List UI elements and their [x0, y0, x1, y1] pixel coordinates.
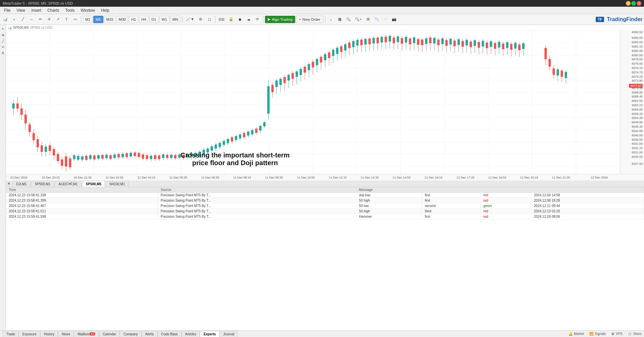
more-button[interactable]: ⋯: [381, 15, 389, 23]
lock-button[interactable]: 🔒: [227, 15, 235, 23]
table-row: 2024.12.23 15:58:41.467 Precision Swing …: [6, 203, 644, 209]
chart-bar-button[interactable]: ▦: [336, 15, 344, 23]
chart-settings-button[interactable]: ⚙: [197, 15, 205, 23]
algo-trading-button[interactable]: ▶ Algo Trading: [265, 16, 295, 23]
tab-sp500m1[interactable]: SP500,M1: [31, 181, 54, 187]
tf-d1[interactable]: D1: [149, 16, 159, 23]
maximize-button[interactable]: □: [631, 1, 636, 6]
tf-m5[interactable]: M5: [93, 16, 103, 23]
grid-button[interactable]: ⊞: [364, 15, 372, 23]
horizontal-line-button[interactable]: ─: [28, 15, 36, 23]
chart-type-dropdown[interactable]: 📈▼: [184, 15, 196, 23]
toolbox-crosshair[interactable]: ⊕: [0, 32, 6, 38]
arrow-button[interactable]: ↗: [54, 15, 62, 23]
chart-objects-button[interactable]: ◻: [205, 15, 213, 23]
row-msg-type: doji low: [356, 193, 422, 198]
svg-rect-36: [33, 133, 35, 140]
menu-help[interactable]: Help: [98, 7, 112, 13]
toolbox-pen[interactable]: ✏: [0, 44, 6, 50]
tf-h1[interactable]: H1: [129, 16, 138, 23]
chart-container[interactable]: 📊 SP500,M5 SP500 vs USD: [6, 25, 644, 330]
tf-m30[interactable]: M30: [116, 16, 128, 23]
row-source: Precision Swing Point MT5 By T...: [158, 198, 356, 203]
svg-rect-208: [381, 37, 383, 42]
menu-file[interactable]: File: [1, 7, 13, 13]
refresh-button[interactable]: ⟳: [253, 15, 261, 23]
svg-rect-110: [182, 155, 184, 158]
ide-button[interactable]: IDE: [217, 15, 226, 23]
line-tool-button[interactable]: ╱: [19, 15, 27, 23]
svg-rect-290: [565, 72, 567, 78]
tf-mn[interactable]: MN: [170, 16, 180, 23]
tab-sp500m5[interactable]: SP500,M5: [82, 181, 105, 187]
chart-canvas[interactable]: Crossing the important short-term price …: [6, 31, 620, 174]
new-order-button[interactable]: + New Order: [296, 16, 323, 23]
record-button[interactable]: ⏺: [236, 15, 244, 23]
btab-journal[interactable]: Journal: [220, 331, 238, 337]
text-button[interactable]: T: [62, 15, 70, 23]
status-vps[interactable]: 🖥 VPS: [611, 332, 623, 336]
menu-window[interactable]: Window: [78, 7, 98, 13]
toolbox-line[interactable]: ╱: [0, 38, 6, 44]
close-button[interactable]: ✕: [637, 1, 641, 6]
svg-rect-194: [353, 41, 355, 47]
zoom-in-button[interactable]: +: [10, 15, 18, 23]
btab-mailbox[interactable]: Mailbox 11: [74, 331, 99, 337]
status-store[interactable]: 🛒 Store: [628, 332, 641, 336]
btab-alerts[interactable]: Alerts: [142, 331, 158, 337]
status-signals[interactable]: 📶 Signals: [589, 332, 606, 336]
btab-codebase[interactable]: Code Base: [158, 331, 181, 337]
btab-exposure[interactable]: Exposure: [19, 331, 40, 337]
menu-insert[interactable]: Insert: [29, 7, 44, 13]
svg-rect-252: [470, 42, 472, 47]
row-time: 2024.12.23 15:58:41.399: [6, 198, 158, 203]
tf-h4[interactable]: H4: [139, 16, 148, 23]
zoom-in-btn2[interactable]: 🔍+: [353, 15, 363, 23]
tf-w1[interactable]: W1: [159, 16, 170, 23]
svg-rect-242: [449, 39, 451, 44]
shapes-button[interactable]: ▭: [71, 15, 79, 23]
btab-articles[interactable]: Articles: [181, 331, 200, 337]
svg-rect-266: [498, 42, 500, 47]
toolbox-cursor[interactable]: ↖: [0, 26, 6, 31]
btab-history[interactable]: History: [40, 331, 58, 337]
menu-tools[interactable]: Tools: [63, 7, 77, 13]
btab-trade[interactable]: Trade: [3, 331, 19, 337]
tab-djlm1[interactable]: DJLM1: [12, 181, 31, 187]
svg-rect-234: [433, 38, 435, 43]
price-label-29: 6030.55: [632, 155, 643, 158]
cloud-button[interactable]: ☁: [245, 15, 253, 23]
menu-charts[interactable]: Charts: [45, 7, 62, 13]
price-label-13: 6073.35: [632, 86, 643, 90]
depth-button[interactable]: ↕: [327, 15, 335, 23]
toolbox-text[interactable]: A: [0, 50, 6, 56]
price-label-5: 6080.95: [632, 49, 643, 53]
camera-button[interactable]: 📷: [390, 15, 398, 23]
btab-company[interactable]: Company: [120, 331, 142, 337]
svg-rect-228: [421, 40, 423, 45]
svg-rect-166: [296, 71, 298, 76]
menu-view[interactable]: View: [14, 7, 28, 13]
price-label-1: 6090.50: [632, 31, 643, 34]
indicator-button[interactable]: 📉: [373, 15, 381, 23]
tf-m1[interactable]: M1: [83, 16, 93, 23]
crosshair-button[interactable]: ✛: [45, 15, 53, 23]
row-time: 2024.12.23 15:58:41.598: [6, 214, 158, 219]
status-market[interactable]: 🔔 Market: [569, 332, 584, 336]
zoom-out-button[interactable]: 🔍: [344, 15, 353, 23]
svg-rect-40: [41, 145, 43, 151]
tab-audchfm1[interactable]: AUDCHF,M1: [55, 181, 81, 187]
minimize-button[interactable]: ─: [626, 1, 631, 6]
btab-news[interactable]: News: [58, 331, 74, 337]
time-label-17: 11 Dec 20:15: [520, 176, 538, 179]
svg-rect-254: [474, 41, 476, 46]
btab-experts[interactable]: Experts: [200, 331, 220, 337]
tab-n4100m1[interactable]: N4100,M1: [106, 181, 128, 187]
btab-calendar[interactable]: Calendar: [99, 331, 120, 337]
svg-rect-122: [207, 149, 209, 152]
table-row: 2024.12.23 15:58:41.598 Precision Swing …: [6, 214, 644, 219]
new-chart-button[interactable]: 📊: [1, 15, 9, 23]
tf-m15[interactable]: M15: [104, 16, 116, 23]
pencil-button[interactable]: ✏: [36, 15, 44, 23]
close-panel-icon[interactable]: ✕: [7, 182, 10, 186]
